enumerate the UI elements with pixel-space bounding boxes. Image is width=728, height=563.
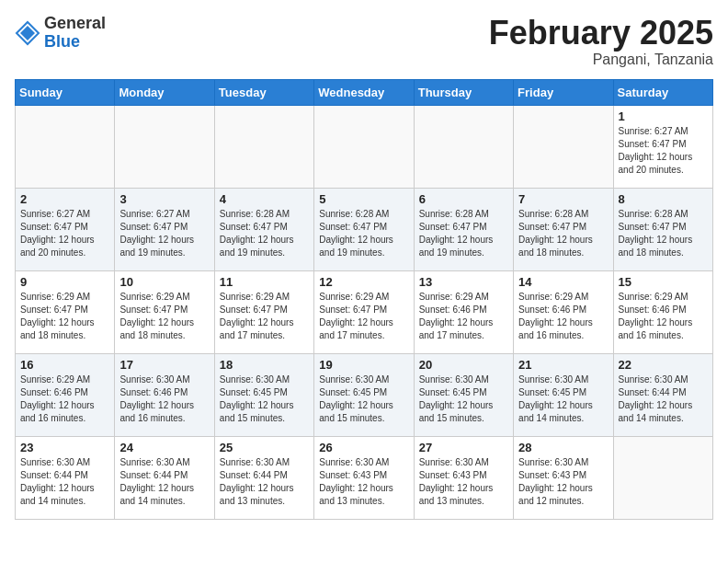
- day-header-sunday: Sunday: [16, 79, 115, 105]
- calendar-cell: [514, 105, 613, 188]
- calendar-cell: 26Sunrise: 6:30 AM Sunset: 6:43 PM Dayli…: [314, 436, 414, 519]
- calendar-cell: 19Sunrise: 6:30 AM Sunset: 6:45 PM Dayli…: [314, 353, 414, 436]
- calendar-cell: 1Sunrise: 6:27 AM Sunset: 6:47 PM Daylig…: [613, 105, 712, 188]
- calendar-cell: [214, 105, 313, 188]
- calendar-week-row: 23Sunrise: 6:30 AM Sunset: 6:44 PM Dayli…: [16, 436, 713, 519]
- calendar-cell: 18Sunrise: 6:30 AM Sunset: 6:45 PM Dayli…: [214, 353, 313, 436]
- day-info: Sunrise: 6:29 AM Sunset: 6:46 PM Dayligh…: [419, 291, 508, 342]
- calendar-cell: 11Sunrise: 6:29 AM Sunset: 6:47 PM Dayli…: [214, 270, 313, 353]
- day-info: Sunrise: 6:30 AM Sunset: 6:45 PM Dayligh…: [518, 373, 608, 425]
- day-number: 27: [419, 441, 508, 454]
- calendar-cell: [16, 105, 115, 188]
- calendar-cell: 2Sunrise: 6:27 AM Sunset: 6:47 PM Daylig…: [16, 188, 115, 270]
- day-number: 4: [220, 192, 309, 206]
- calendar-cell: 15Sunrise: 6:29 AM Sunset: 6:46 PM Dayli…: [613, 270, 712, 353]
- calendar-cell: 21Sunrise: 6:30 AM Sunset: 6:45 PM Dayli…: [514, 353, 613, 436]
- calendar-cell: 13Sunrise: 6:29 AM Sunset: 6:46 PM Dayli…: [414, 270, 513, 353]
- day-header-thursday: Thursday: [414, 79, 513, 105]
- calendar-table: SundayMondayTuesdayWednesdayThursdayFrid…: [15, 79, 713, 520]
- day-number: 26: [319, 441, 408, 454]
- day-info: Sunrise: 6:29 AM Sunset: 6:47 PM Dayligh…: [119, 291, 209, 342]
- day-number: 13: [419, 275, 508, 289]
- day-info: Sunrise: 6:29 AM Sunset: 6:47 PM Dayligh…: [220, 291, 309, 342]
- logo-icon: [15, 20, 40, 46]
- day-number: 25: [220, 441, 309, 454]
- month-title: February 2025: [489, 15, 713, 52]
- day-info: Sunrise: 6:27 AM Sunset: 6:47 PM Dayligh…: [619, 125, 708, 177]
- calendar-cell: [314, 105, 414, 188]
- day-info: Sunrise: 6:29 AM Sunset: 6:46 PM Dayligh…: [20, 373, 109, 425]
- title-block: February 2025 Pangani, Tanzania: [489, 15, 713, 68]
- day-number: 19: [319, 358, 408, 372]
- calendar-week-row: 2Sunrise: 6:27 AM Sunset: 6:47 PM Daylig…: [16, 188, 713, 270]
- calendar-cell: 3Sunrise: 6:27 AM Sunset: 6:47 PM Daylig…: [115, 188, 214, 270]
- day-number: 2: [20, 192, 109, 206]
- day-number: 23: [20, 441, 109, 454]
- day-number: 12: [319, 275, 408, 289]
- day-info: Sunrise: 6:29 AM Sunset: 6:47 PM Dayligh…: [319, 291, 408, 342]
- calendar-cell: 24Sunrise: 6:30 AM Sunset: 6:44 PM Dayli…: [115, 436, 214, 519]
- calendar-week-row: 9Sunrise: 6:29 AM Sunset: 6:47 PM Daylig…: [16, 270, 713, 353]
- logo-general-text: General: [44, 14, 106, 32]
- day-header-saturday: Saturday: [613, 79, 712, 105]
- day-number: 16: [20, 358, 109, 372]
- day-info: Sunrise: 6:29 AM Sunset: 6:46 PM Dayligh…: [518, 291, 608, 342]
- calendar-week-row: 1Sunrise: 6:27 AM Sunset: 6:47 PM Daylig…: [16, 105, 713, 188]
- calendar-cell: 7Sunrise: 6:28 AM Sunset: 6:47 PM Daylig…: [514, 188, 613, 270]
- day-info: Sunrise: 6:30 AM Sunset: 6:44 PM Dayligh…: [20, 456, 109, 508]
- calendar-cell: [414, 105, 513, 188]
- day-info: Sunrise: 6:28 AM Sunset: 6:47 PM Dayligh…: [419, 208, 508, 259]
- logo-blue-text: Blue: [44, 32, 80, 51]
- day-info: Sunrise: 6:29 AM Sunset: 6:47 PM Dayligh…: [20, 291, 109, 342]
- day-header-monday: Monday: [115, 79, 214, 105]
- page-header: General Blue February 2025 Pangani, Tanz…: [15, 15, 713, 68]
- calendar-cell: 4Sunrise: 6:28 AM Sunset: 6:47 PM Daylig…: [214, 188, 313, 270]
- day-header-wednesday: Wednesday: [314, 79, 414, 105]
- day-info: Sunrise: 6:27 AM Sunset: 6:47 PM Dayligh…: [119, 208, 209, 259]
- day-number: 1: [619, 109, 708, 123]
- calendar-cell: 17Sunrise: 6:30 AM Sunset: 6:46 PM Dayli…: [115, 353, 214, 436]
- day-info: Sunrise: 6:28 AM Sunset: 6:47 PM Dayligh…: [319, 208, 408, 259]
- logo: General Blue: [15, 15, 106, 52]
- day-number: 28: [518, 441, 608, 454]
- day-header-friday: Friday: [514, 79, 613, 105]
- day-info: Sunrise: 6:30 AM Sunset: 6:43 PM Dayligh…: [319, 456, 408, 508]
- calendar-cell: 23Sunrise: 6:30 AM Sunset: 6:44 PM Dayli…: [16, 436, 115, 519]
- calendar-cell: [613, 436, 712, 519]
- calendar-cell: 16Sunrise: 6:29 AM Sunset: 6:46 PM Dayli…: [16, 353, 115, 436]
- day-info: Sunrise: 6:30 AM Sunset: 6:44 PM Dayligh…: [119, 456, 209, 508]
- day-info: Sunrise: 6:30 AM Sunset: 6:45 PM Dayligh…: [220, 373, 309, 425]
- day-info: Sunrise: 6:30 AM Sunset: 6:45 PM Dayligh…: [419, 373, 508, 425]
- day-number: 5: [319, 192, 408, 206]
- day-number: 14: [518, 275, 608, 289]
- day-info: Sunrise: 6:28 AM Sunset: 6:47 PM Dayligh…: [518, 208, 608, 259]
- day-number: 3: [119, 192, 209, 206]
- calendar-cell: 28Sunrise: 6:30 AM Sunset: 6:43 PM Dayli…: [514, 436, 613, 519]
- calendar-cell: 25Sunrise: 6:30 AM Sunset: 6:44 PM Dayli…: [214, 436, 313, 519]
- calendar-cell: 27Sunrise: 6:30 AM Sunset: 6:43 PM Dayli…: [414, 436, 513, 519]
- day-number: 15: [619, 275, 708, 289]
- day-info: Sunrise: 6:30 AM Sunset: 6:46 PM Dayligh…: [119, 373, 209, 425]
- day-number: 7: [518, 192, 608, 206]
- day-info: Sunrise: 6:30 AM Sunset: 6:43 PM Dayligh…: [419, 456, 508, 508]
- day-info: Sunrise: 6:28 AM Sunset: 6:47 PM Dayligh…: [619, 208, 708, 259]
- day-number: 24: [119, 441, 209, 454]
- day-info: Sunrise: 6:27 AM Sunset: 6:47 PM Dayligh…: [20, 208, 109, 259]
- day-number: 22: [619, 358, 708, 372]
- day-info: Sunrise: 6:30 AM Sunset: 6:44 PM Dayligh…: [220, 456, 309, 508]
- calendar-cell: 10Sunrise: 6:29 AM Sunset: 6:47 PM Dayli…: [115, 270, 214, 353]
- day-info: Sunrise: 6:30 AM Sunset: 6:44 PM Dayligh…: [619, 373, 708, 425]
- day-number: 18: [220, 358, 309, 372]
- day-number: 9: [20, 275, 109, 289]
- day-number: 6: [419, 192, 508, 206]
- calendar-cell: 12Sunrise: 6:29 AM Sunset: 6:47 PM Dayli…: [314, 270, 414, 353]
- day-info: Sunrise: 6:28 AM Sunset: 6:47 PM Dayligh…: [220, 208, 309, 259]
- day-number: 8: [619, 192, 708, 206]
- calendar-cell: 8Sunrise: 6:28 AM Sunset: 6:47 PM Daylig…: [613, 188, 712, 270]
- day-number: 20: [419, 358, 508, 372]
- calendar-cell: 9Sunrise: 6:29 AM Sunset: 6:47 PM Daylig…: [16, 270, 115, 353]
- day-info: Sunrise: 6:29 AM Sunset: 6:46 PM Dayligh…: [619, 291, 708, 342]
- calendar-cell: 14Sunrise: 6:29 AM Sunset: 6:46 PM Dayli…: [514, 270, 613, 353]
- location-text: Pangani, Tanzania: [489, 52, 713, 68]
- day-number: 21: [518, 358, 608, 372]
